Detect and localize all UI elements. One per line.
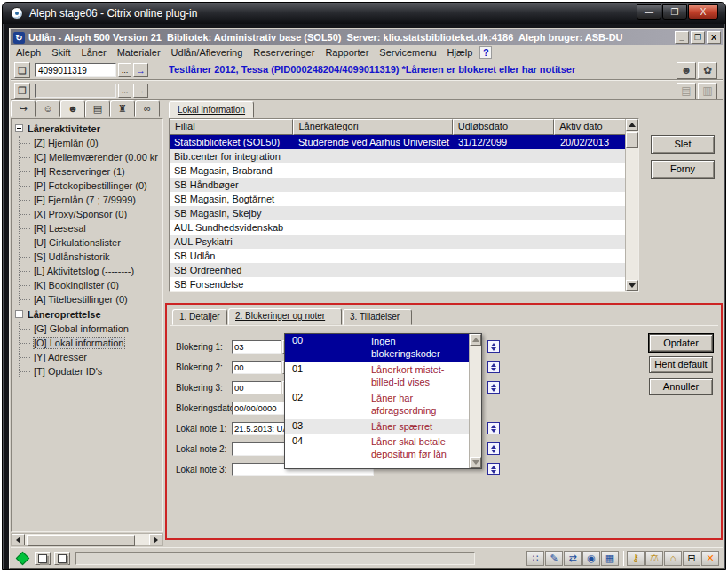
services-icon[interactable]: ♜ xyxy=(110,100,135,117)
slet-button[interactable]: Slet xyxy=(651,135,715,154)
globe-icon[interactable]: ◉ xyxy=(582,551,600,566)
table-vertical-scrollbar[interactable] xyxy=(625,119,638,291)
blokering3-input[interactable] xyxy=(232,381,281,394)
table-row[interactable]: AUL Sundhedsvidenskab xyxy=(170,220,638,235)
scroll-left-arrow[interactable] xyxy=(12,534,25,545)
tree-item-mellemvaerender[interactable]: [C] Mellemværender (0.00 kr xyxy=(20,150,162,164)
column-header-laanerkategori[interactable]: Lånerkategori xyxy=(293,119,452,135)
note-card-icon[interactable]: ▤ xyxy=(677,83,696,99)
opdater-button[interactable]: Opdater xyxy=(649,334,713,352)
help-icon[interactable]: ? xyxy=(479,46,492,59)
tree-item-hjemlaan[interactable]: [Z] Hjemlån (0) xyxy=(20,136,162,150)
item-more-button[interactable]: ... xyxy=(118,84,131,98)
patron-go-button[interactable]: → xyxy=(133,63,148,77)
menu-item-hjaelp[interactable]: Hjælp xyxy=(442,47,479,58)
annuller-button[interactable]: Annuller xyxy=(649,378,713,395)
collapse-icon[interactable] xyxy=(15,310,23,318)
tree-item-opdater-ids[interactable]: [T] Opdater ID's xyxy=(20,364,162,378)
clipboard-icon[interactable]: ▤ xyxy=(85,100,110,117)
tab-detaljer[interactable]: 1. Detaljer xyxy=(172,309,227,325)
menu-item-udlaan-aflevering[interactable]: Udlån/Aflevering xyxy=(166,47,249,58)
menu-item-laaner[interactable]: Låner xyxy=(76,47,112,58)
tree-item-fotokopibestillinger[interactable]: [P] Fotokopibestillinger (0) xyxy=(20,179,162,193)
tree-item-cirkulationslister[interactable]: [U] Cirkulationslister xyxy=(20,235,162,250)
tree-item-laesesal[interactable]: [R] Læsesal xyxy=(20,221,162,235)
dropdown-option-04[interactable]: 04 Låner skal betale depositum før lån xyxy=(285,434,481,463)
tab-lokal-information[interactable]: Lokal information xyxy=(169,101,254,118)
cube-icon-1[interactable] xyxy=(35,552,51,565)
tree-item-global-information[interactable]: [G] Global information xyxy=(20,322,162,336)
note2-expand-icon[interactable] xyxy=(487,442,500,455)
binoculars-icon[interactable]: ∞ xyxy=(135,100,160,117)
tree-item-bookinglister[interactable]: [K] Bookinglister (0) xyxy=(20,278,162,292)
column-header-filial[interactable]: Filial xyxy=(170,119,293,135)
hent-default-button[interactable]: Hent default xyxy=(649,356,713,373)
tab-blokeringer-og-noter[interactable]: 2. Blokeringer og noter xyxy=(228,308,342,325)
close-x-icon[interactable]: ✕ xyxy=(701,551,719,566)
column-header-udloebsdato[interactable]: Udløbsdato xyxy=(453,119,555,135)
scroll-up-arrow[interactable] xyxy=(626,119,638,131)
menu-item-skift[interactable]: Skift xyxy=(46,47,75,58)
tree-item-reserveringer[interactable]: [H] Reserveringer (1) xyxy=(20,164,162,179)
ribbon-icon[interactable]: ✿ xyxy=(698,62,717,79)
item-go-button[interactable]: → xyxy=(133,84,148,98)
menu-item-reserveringer[interactable]: Reserveringer xyxy=(248,47,320,58)
table-row[interactable]: SB Håndbøger xyxy=(170,178,638,192)
app-title-bar[interactable]: ↻ Udlån - Aleph 500 Version 21 Bibliotek… xyxy=(11,29,723,45)
pencil-icon[interactable]: ✎ xyxy=(545,551,563,566)
table-row[interactable]: SB Udlån xyxy=(170,249,638,263)
item-barcode-input[interactable] xyxy=(35,84,116,98)
table-row[interactable]: SB Ordreenhed xyxy=(170,263,638,277)
table-row-selected[interactable]: Statsbiblioteket (SOL50) Studerende ved … xyxy=(170,135,638,149)
scroll-down-arrow[interactable] xyxy=(470,457,481,468)
dots-icon[interactable]: ∷ xyxy=(526,551,544,566)
tab-tilladelser[interactable]: 3. Tilladelser xyxy=(343,309,412,325)
dropdown-scrollbar[interactable] xyxy=(469,334,481,468)
blokering3-expand-icon[interactable] xyxy=(487,381,500,394)
forny-button[interactable]: Forny xyxy=(651,160,715,179)
table-row[interactable]: SB Magasin, Skejby xyxy=(170,206,638,220)
patron-profile-icon[interactable]: ☻ xyxy=(677,62,696,79)
blokering1-input[interactable] xyxy=(232,340,281,354)
table-row[interactable]: SB Magasin, Brabrand xyxy=(170,163,638,178)
bank-icon[interactable]: ⌂ xyxy=(664,551,682,566)
outer-title-bar[interactable]: Aleph stage06 - Citrix online plug-in — … xyxy=(3,3,725,24)
tree-item-udlaanshistorik[interactable]: [S] Udlånshistorik xyxy=(20,250,162,264)
tree-item-aktivitetslog[interactable]: [L] Aktivitetslog (--------) xyxy=(20,264,162,278)
tree-item-lokal-information[interactable]: [O] Lokal information xyxy=(20,336,162,350)
scrollbar-thumb[interactable] xyxy=(27,535,135,546)
patron-more-button[interactable]: ... xyxy=(118,63,131,77)
note1-expand-icon[interactable] xyxy=(487,422,500,434)
tree-item-fjernlaan[interactable]: [F] Fjernlån (7 ; 7/9999) xyxy=(20,193,162,207)
patron-id-input[interactable] xyxy=(35,63,116,77)
tree-section-laaneraktiviteter[interactable]: Låneraktiviteter xyxy=(12,121,162,136)
tree-section-laaneroprettelse[interactable]: Låneroprettelse xyxy=(12,306,162,322)
tree-item-proxy-sponsor[interactable]: [X] Proxy/Sponsor (0) xyxy=(20,207,162,221)
table-row[interactable]: SB Magasin, Bogtårnet xyxy=(170,192,638,206)
transfer-arrows-icon[interactable]: ⇄ xyxy=(564,551,582,566)
collapse-icon[interactable] xyxy=(15,124,23,132)
menu-item-materialer[interactable]: Materialer xyxy=(112,47,166,58)
minimize-button[interactable]: — xyxy=(637,4,661,20)
scroll-up-arrow[interactable] xyxy=(470,334,481,346)
blokering2-expand-icon[interactable] xyxy=(487,361,500,373)
cube-icon-2[interactable] xyxy=(54,552,70,565)
dropdown-option-01[interactable]: 01 Lånerkort mistet-billed-id vises xyxy=(285,362,481,391)
note3-expand-icon[interactable] xyxy=(487,463,500,475)
patron-icon[interactable]: ☻ xyxy=(60,100,85,118)
close-button[interactable]: X xyxy=(688,4,718,20)
patron-bar-icon[interactable]: ❏ xyxy=(14,62,30,78)
menu-item-rapporter[interactable]: Rapporter xyxy=(320,47,374,58)
menu-item-servicemenu[interactable]: Servicemenu xyxy=(374,47,441,58)
patron-small-icon[interactable]: ☺ xyxy=(36,100,60,117)
item-bar-icon[interactable]: ❐ xyxy=(14,83,30,99)
dropdown-option-02[interactable]: 02 Låner har afdragsordning xyxy=(285,391,481,419)
tree-item-titelbestillinger[interactable]: [A] Titelbestillinger (0) xyxy=(20,292,162,306)
menu-item-aleph[interactable]: Aleph xyxy=(11,47,46,58)
table-row[interactable]: SB Forsendelse xyxy=(170,277,638,291)
scrollbar-thumb[interactable] xyxy=(626,132,638,148)
list-icon[interactable]: ▥ xyxy=(698,83,717,99)
maximize-button[interactable]: ❐ xyxy=(662,4,687,20)
blokering1-expand-icon[interactable] xyxy=(487,340,500,353)
scroll-right-arrow[interactable] xyxy=(149,534,162,545)
